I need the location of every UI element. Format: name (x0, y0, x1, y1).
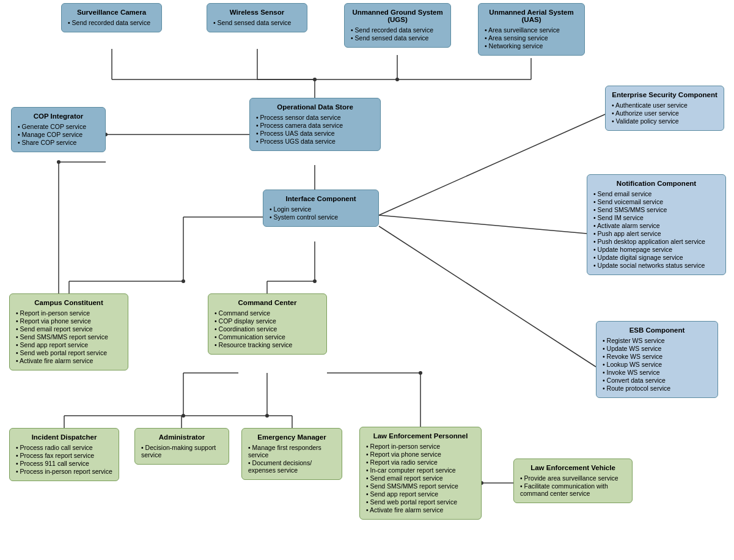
list-item: Activate fire alarm service (366, 506, 475, 514)
list-item: Report via radio service (366, 459, 475, 466)
cop-integrator-services: Generate COP service Manage COP service … (18, 123, 99, 146)
list-item: Authenticate user service (612, 101, 717, 109)
ugs-title: Unmanned Ground System (UGS) (351, 9, 444, 23)
law-enforcement-vehicle-services: Provide area surveillance service Facili… (520, 474, 626, 497)
interface-services: Login service System control service (270, 205, 372, 221)
list-item: Register WS service (603, 337, 711, 344)
list-item: Manage COP service (18, 131, 99, 138)
list-item: Resource tracking service (215, 341, 320, 348)
esb-component-node: ESB Component Register WS service Update… (596, 321, 718, 398)
wireless-sensor-title: Wireless Sensor (213, 9, 301, 16)
esb-services: Register WS service Update WS service Re… (603, 337, 711, 392)
interface-component-node: Interface Component Login service System… (263, 190, 379, 227)
ods-services: Process sensor data service Process came… (256, 114, 374, 145)
list-item: Process camera data service (256, 122, 374, 129)
command-center-services: Command service COP display service Coor… (215, 309, 320, 348)
svg-point-10 (395, 78, 399, 81)
list-item: Send email report service (16, 325, 122, 333)
notification-services: Send email service Send voicemail servic… (593, 190, 719, 269)
list-item: Communication service (215, 333, 320, 341)
list-item: Provide area surveillance service (520, 474, 626, 482)
list-item: Send recorded data service (351, 26, 444, 34)
administrator-node: Administrator Decision-making support se… (134, 428, 229, 465)
list-item: Area sensing service (485, 34, 578, 42)
administrator-title: Administrator (141, 433, 222, 441)
campus-constituent-node: Campus Constituent Report in-person serv… (9, 293, 128, 370)
law-enforcement-vehicle-node: Law Enforcement Vehicle Provide area sur… (513, 459, 633, 503)
list-item: Command service (215, 309, 320, 317)
list-item: Report in-person service (16, 309, 122, 317)
law-enforcement-services: Report in-person service Report via phon… (366, 443, 475, 514)
ugs-services: Send recorded data service Send sensed d… (351, 26, 444, 42)
list-item: Report via phone service (16, 317, 122, 325)
esb-title: ESB Component (603, 326, 711, 334)
list-item: Send sensed data service (213, 19, 301, 26)
svg-line-23 (379, 114, 605, 215)
list-item: Facilitate communication with command ce… (520, 482, 626, 497)
surveillance-camera-node: Surveillance Camera Send recorded data s… (61, 3, 162, 32)
list-item: Invoke WS service (603, 369, 711, 376)
list-item: Report via phone service (366, 451, 475, 458)
svg-point-18 (182, 279, 185, 283)
list-item: Process radio call service (16, 444, 112, 451)
list-item: Send recorded data service (68, 19, 155, 26)
incident-dispatcher-services: Process radio call service Process fax r… (16, 444, 112, 475)
law-enforcement-title: Law Enforcement Personnel (366, 432, 475, 440)
list-item: Networking service (485, 42, 578, 50)
surveillance-camera-title: Surveillance Camera (68, 9, 155, 16)
incident-dispatcher-title: Incident Dispatcher (16, 433, 112, 441)
list-item: Area surveillance service (485, 26, 578, 34)
svg-line-24 (379, 215, 587, 234)
svg-point-22 (313, 279, 317, 283)
list-item: Process 911 call service (16, 460, 112, 467)
wireless-sensor-node: Wireless Sensor Send sensed data service (207, 3, 307, 32)
law-enforcement-node: Law Enforcement Personnel Report in-pers… (359, 427, 482, 520)
list-item: Authorize user service (612, 109, 717, 117)
list-item: Login service (270, 205, 372, 213)
enterprise-security-title: Enterprise Security Component (612, 91, 717, 98)
list-item: Send email report service (366, 474, 475, 482)
list-item: Send IM service (593, 214, 719, 221)
campus-constituent-services: Report in-person service Report via phon… (16, 309, 122, 364)
list-item: Process in-person report service (16, 468, 112, 475)
campus-constituent-title: Campus Constituent (16, 299, 122, 306)
emergency-manager-node: Emergency Manager Manage first responder… (241, 428, 342, 480)
diagram-container: Surveillance Camera Send recorded data s… (0, 0, 734, 560)
list-item: Send SMS/MMS service (593, 206, 719, 213)
list-item: Update digital signage service (593, 254, 719, 261)
list-item: Send app report service (366, 490, 475, 498)
list-item: Route protocol service (603, 385, 711, 392)
list-item: Send email service (593, 190, 719, 197)
svg-line-25 (379, 226, 596, 367)
list-item: System control service (270, 213, 372, 221)
command-center-node: Command Center Command service COP displ… (208, 293, 327, 355)
list-item: Convert data service (603, 377, 711, 384)
list-item: Send sensed data service (351, 34, 444, 42)
list-item: Send voicemail service (593, 198, 719, 205)
uas-services: Area surveillance service Area sensing s… (485, 26, 578, 50)
list-item: Lookup WS service (603, 361, 711, 368)
list-item: Revoke WS service (603, 353, 711, 360)
ugs-node: Unmanned Ground System (UGS) Send record… (344, 3, 451, 48)
operational-data-store-node: Operational Data Store Process sensor da… (249, 98, 381, 151)
svg-point-39 (419, 371, 422, 375)
svg-point-34 (265, 414, 269, 418)
list-item: Coordination service (215, 325, 320, 333)
list-item: Push desktop application alert service (593, 238, 719, 245)
administrator-services: Decision-making support service (141, 444, 222, 459)
interface-title: Interface Component (270, 195, 372, 202)
uas-title: Unmanned Aerial System (UAS) (485, 9, 578, 23)
list-item: Activate fire alarm service (16, 357, 122, 364)
list-item: Process UGS data service (256, 138, 374, 145)
law-enforcement-vehicle-title: Law Enforcement Vehicle (520, 464, 626, 471)
list-item: Update social networks status service (593, 262, 719, 269)
list-item: Update homepage service (593, 246, 719, 253)
command-center-title: Command Center (215, 299, 320, 306)
list-item: Activate alarm service (593, 222, 719, 229)
list-item: Send web portal report service (16, 349, 122, 356)
emergency-manager-services: Manage first responders service Document… (248, 444, 336, 474)
list-item: Update WS service (603, 345, 711, 352)
list-item: Decision-making support service (141, 444, 222, 459)
list-item: Process fax report service (16, 452, 112, 459)
list-item: Push app alert service (593, 230, 719, 237)
